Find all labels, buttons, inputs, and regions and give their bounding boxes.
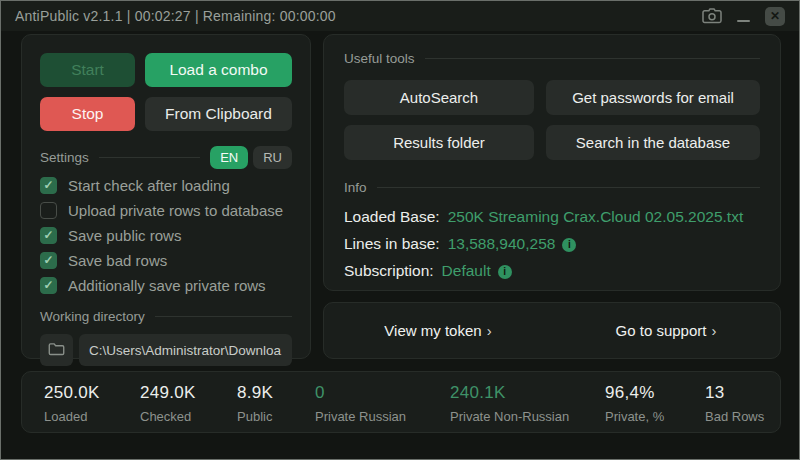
stat-item: 249.0K Checked	[140, 383, 237, 432]
tool-button[interactable]: Get passwords for email	[546, 80, 760, 115]
checkbox-label: Additionally save private rows	[68, 277, 266, 294]
useful-tools-label: Useful tools	[344, 51, 415, 66]
load-combo-button[interactable]: Load a combo	[145, 53, 292, 87]
working-directory-header: Working directory	[40, 309, 292, 324]
working-directory-input[interactable]	[79, 334, 292, 366]
from-clipboard-button[interactable]: From Clipboard	[145, 97, 292, 131]
info-row-value: 250K Streaming Crax.Cloud 02.05.2025.txt	[448, 208, 744, 225]
checkbox-label: Start check after loading	[68, 177, 230, 194]
settings-checkbox-row[interactable]: Additionally save private rows	[40, 277, 292, 294]
view-token-link[interactable]: View my token›	[324, 322, 552, 339]
stat-value: 13	[705, 383, 764, 403]
action-buttons: Start Load a combo Stop From Clipboard	[40, 53, 292, 131]
tool-button[interactable]: AutoSearch	[344, 80, 534, 115]
stat-value: 250.0K	[44, 383, 140, 403]
stat-label: Bad Rows	[705, 409, 764, 424]
info-row-value: 13,588,940,258	[448, 235, 556, 252]
stat-value: 8.9K	[237, 383, 315, 403]
minimize-icon[interactable]	[737, 20, 750, 22]
folder-icon	[48, 342, 65, 359]
info-row-label: Lines in base:	[344, 235, 440, 252]
checkbox[interactable]	[40, 277, 57, 294]
checkbox-label: Upload private rows to database	[68, 202, 283, 219]
language-toggle: EN RU	[210, 146, 292, 169]
view-token-label: View my token	[384, 322, 481, 339]
settings-checkbox-row[interactable]: Save public rows	[40, 227, 292, 244]
browse-folder-button[interactable]	[40, 334, 73, 366]
stat-value: 240.1K	[450, 383, 605, 403]
links-panel: View my token› Go to support›	[323, 302, 781, 359]
stat-item: 240.1K Private Non-Russian	[450, 383, 605, 432]
checkbox-label: Save public rows	[68, 227, 181, 244]
stat-value: 0	[315, 383, 450, 403]
stat-item: 8.9K Public	[237, 383, 315, 432]
chevron-right-icon: ›	[711, 322, 716, 339]
support-label: Go to support	[616, 322, 707, 339]
info-icon[interactable]	[498, 265, 512, 279]
info-row: Lines in base:13,588,940,258	[344, 230, 760, 257]
stat-item: 96,4% Private, %	[605, 383, 705, 432]
settings-label: Settings	[40, 150, 89, 165]
checkbox[interactable]	[40, 252, 57, 269]
stat-value: 249.0K	[140, 383, 237, 403]
stat-label: Private Russian	[315, 409, 450, 424]
info-header: Info	[344, 180, 760, 195]
info-row: Loaded Base:250K Streaming Crax.Cloud 02…	[344, 203, 760, 230]
tool-button[interactable]: Search in the database	[546, 125, 760, 160]
lang-ru-button[interactable]: RU	[253, 146, 292, 169]
window-title: AntiPublic v2.1.1 | 00:02:27 | Remaining…	[15, 8, 336, 24]
stat-item: 250.0K Loaded	[44, 383, 140, 432]
titlebar-controls: ✕	[702, 7, 785, 26]
checkbox[interactable]	[40, 177, 57, 194]
divider-line	[425, 58, 760, 59]
stat-item: 13 Bad Rows	[705, 383, 764, 432]
stat-label: Loaded	[44, 409, 140, 424]
stats-bar: 250.0K Loaded 249.0K Checked 8.9K Public…	[21, 371, 781, 433]
working-directory-row	[40, 334, 292, 366]
screenshot-camera-icon[interactable]	[702, 8, 722, 24]
close-icon[interactable]: ✕	[765, 7, 785, 26]
control-panel: Start Load a combo Stop From Clipboard S…	[21, 34, 311, 359]
settings-checkbox-row[interactable]: Upload private rows to database	[40, 202, 292, 219]
info-icon[interactable]	[562, 238, 576, 252]
tool-buttons: AutoSearch Get passwords for email Resul…	[344, 80, 760, 160]
stat-item: 0 Private Russian	[315, 383, 450, 432]
chevron-right-icon: ›	[487, 322, 492, 339]
support-link[interactable]: Go to support›	[552, 322, 780, 339]
info-label: Info	[344, 180, 367, 195]
info-row-label: Loaded Base:	[344, 208, 440, 225]
stat-label: Public	[237, 409, 315, 424]
divider-line	[155, 316, 292, 317]
checkbox[interactable]	[40, 202, 57, 219]
divider-line	[377, 187, 760, 188]
checkbox-label: Save bad rows	[68, 252, 167, 269]
stat-label: Private Non-Russian	[450, 409, 605, 424]
info-row: Subscription:Default	[344, 257, 760, 284]
lang-en-button[interactable]: EN	[210, 146, 248, 169]
settings-header: Settings EN RU	[40, 146, 292, 169]
settings-checkbox-list: Start check after loading Upload private…	[40, 177, 292, 294]
divider-line	[99, 157, 200, 158]
settings-checkbox-row[interactable]: Save bad rows	[40, 252, 292, 269]
stat-value: 96,4%	[605, 383, 705, 403]
tools-info-panel: Useful tools AutoSearch Get passwords fo…	[323, 34, 781, 291]
info-rows: Loaded Base:250K Streaming Crax.Cloud 02…	[344, 203, 760, 284]
stat-label: Checked	[140, 409, 237, 424]
start-button[interactable]: Start	[40, 53, 135, 87]
title-bar: AntiPublic v2.1.1 | 00:02:27 | Remaining…	[1, 1, 799, 31]
stat-label: Private, %	[605, 409, 705, 424]
info-row-label: Subscription:	[344, 262, 434, 279]
useful-tools-header: Useful tools	[344, 51, 760, 66]
tool-button[interactable]: Results folder	[344, 125, 534, 160]
stop-button[interactable]: Stop	[40, 97, 135, 131]
app-window: AntiPublic v2.1.1 | 00:02:27 | Remaining…	[0, 0, 800, 460]
checkbox[interactable]	[40, 227, 57, 244]
info-row-value: Default	[442, 262, 491, 279]
working-directory-label: Working directory	[40, 309, 145, 324]
settings-checkbox-row[interactable]: Start check after loading	[40, 177, 292, 194]
